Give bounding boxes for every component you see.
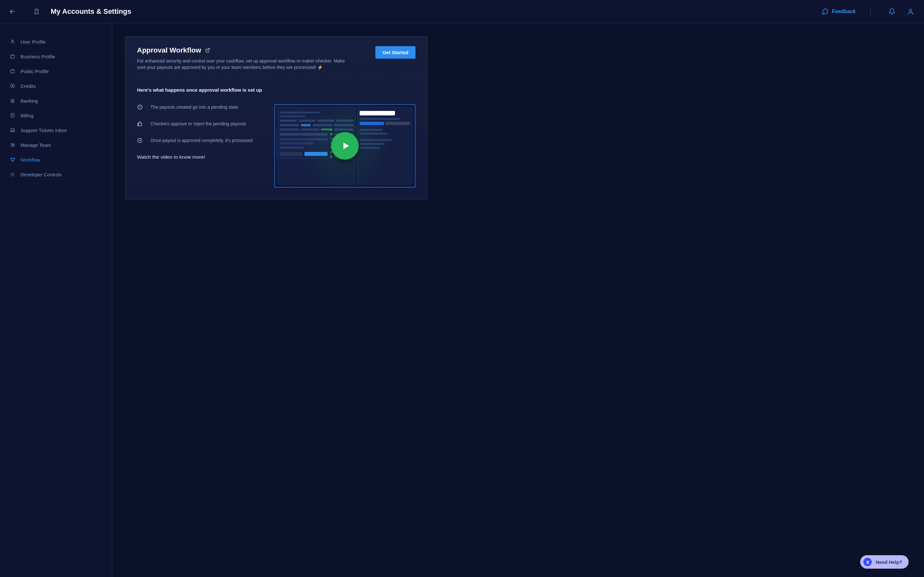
sidebar-item-label: Business Profile [21, 54, 55, 59]
svg-point-10 [13, 158, 15, 159]
workflow-step: Once payout is approved completely, it's… [137, 137, 263, 143]
feedback-button[interactable]: Feedback [822, 8, 856, 15]
sidebar-item-public-profile[interactable]: Public Profile [0, 64, 112, 79]
sidebar-item-developer-controls[interactable]: Developer Controls [0, 167, 112, 182]
help-label: Need Help? [876, 559, 902, 565]
watch-text: Watch the video to know more! [137, 154, 263, 160]
svg-point-8 [13, 143, 15, 145]
svg-point-11 [12, 160, 13, 161]
help-button[interactable]: X Need Help? [860, 555, 909, 569]
workflow-step: The payouts created go into a pending st… [137, 104, 263, 110]
sidebar-item-credits[interactable]: Credits [0, 79, 112, 93]
sidebar-item-billing[interactable]: Billing [0, 108, 112, 123]
sidebar-item-label: Public Profile [21, 69, 49, 74]
svg-point-1 [912, 13, 913, 14]
sidebar-item-label: Manage Team [21, 142, 51, 148]
page-title: My Accounts & Settings [51, 7, 131, 16]
section-heading: Here's what happens once approval workfl… [137, 87, 415, 93]
get-started-button[interactable]: Get Started [375, 46, 415, 59]
sidebar-item-label: Banking [21, 98, 38, 103]
separator [871, 8, 871, 15]
feedback-label: Feedback [832, 9, 856, 15]
back-button[interactable] [8, 7, 17, 16]
team-icon [10, 142, 15, 148]
svg-point-7 [11, 143, 13, 145]
sidebar-item-label: Billing [21, 113, 33, 118]
briefcase-icon [10, 68, 15, 74]
header: My Accounts & Settings Feedback [0, 0, 924, 23]
inbox-icon [10, 127, 15, 133]
external-link-icon[interactable] [205, 48, 210, 53]
sidebar-item-label: Credits [21, 83, 36, 89]
profile-button[interactable] [906, 7, 915, 16]
svg-point-0 [909, 9, 911, 11]
chat-icon [822, 8, 829, 15]
sidebar-item-manage-team[interactable]: Manage Team [0, 137, 112, 152]
card-description: For enhanced security and control over y… [137, 58, 349, 71]
sidebar-item-label: Workflow [21, 157, 40, 163]
bank-icon [10, 98, 15, 103]
briefcase-icon [10, 53, 15, 59]
gear-icon [10, 171, 15, 177]
sidebar-item-label: Support Tickets Inbox [21, 127, 67, 133]
sidebar-item-label: User Profile [21, 39, 45, 45]
step-text: The payouts created go into a pending st… [150, 105, 238, 110]
play-button[interactable] [331, 132, 359, 160]
sidebar-item-business-profile[interactable]: Business Profile [0, 49, 112, 64]
video-preview[interactable] [274, 104, 415, 187]
check-circle-icon [137, 137, 143, 143]
workflow-step: Checkers approve or reject the pending p… [137, 121, 263, 127]
sidebar-item-support-tickets[interactable]: Support Tickets Inbox [0, 123, 112, 137]
svg-rect-3 [11, 55, 15, 58]
step-text: Once payout is approved completely, it's… [150, 138, 252, 143]
sidebar-item-workflow[interactable]: Workflow [0, 152, 112, 167]
notifications-button[interactable] [887, 7, 897, 16]
step-text: Checkers approve or reject the pending p… [150, 121, 246, 126]
workflow-icon [10, 157, 15, 163]
help-badge-icon: X [863, 558, 872, 566]
clock-icon [137, 104, 143, 110]
sidebar-item-user-profile[interactable]: User Profile [0, 34, 112, 49]
svg-point-12 [12, 174, 13, 175]
receipt-icon [10, 113, 15, 118]
workflow-card: Approval Workflow For enhanced security … [125, 36, 427, 199]
sidebar-item-banking[interactable]: Banking [0, 93, 112, 108]
app-logo-icon [32, 7, 41, 16]
svg-point-9 [11, 158, 12, 159]
card-title: Approval Workflow [137, 46, 201, 55]
star-circle-icon [10, 83, 15, 89]
main-content: Approval Workflow For enhanced security … [112, 23, 924, 577]
person-icon [10, 39, 15, 45]
thumbs-up-icon [137, 121, 143, 127]
sidebar-item-label: Developer Controls [21, 172, 61, 177]
svg-point-2 [11, 40, 13, 42]
sidebar: User Profile Business Profile Public Pro… [0, 23, 112, 577]
svg-rect-4 [11, 70, 15, 73]
